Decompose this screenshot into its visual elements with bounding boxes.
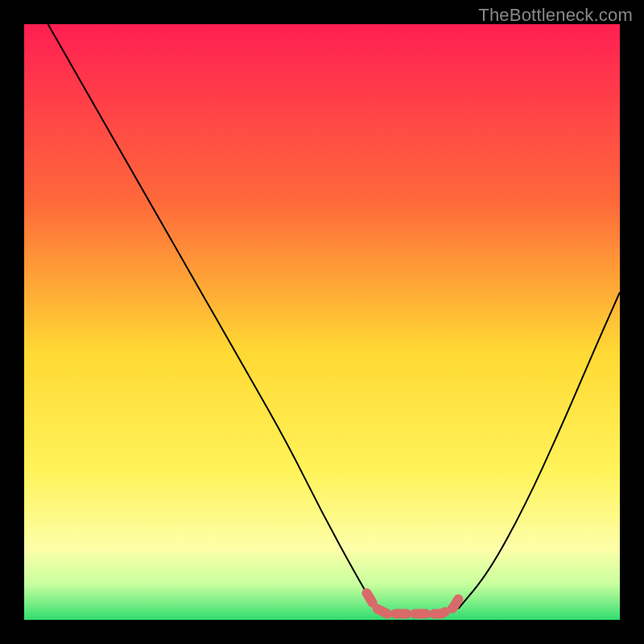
bottleneck-curve-chart <box>24 24 620 620</box>
gradient-background <box>24 24 620 620</box>
watermark-text: TheBottleneck.com <box>478 5 633 26</box>
chart-area <box>24 24 620 620</box>
